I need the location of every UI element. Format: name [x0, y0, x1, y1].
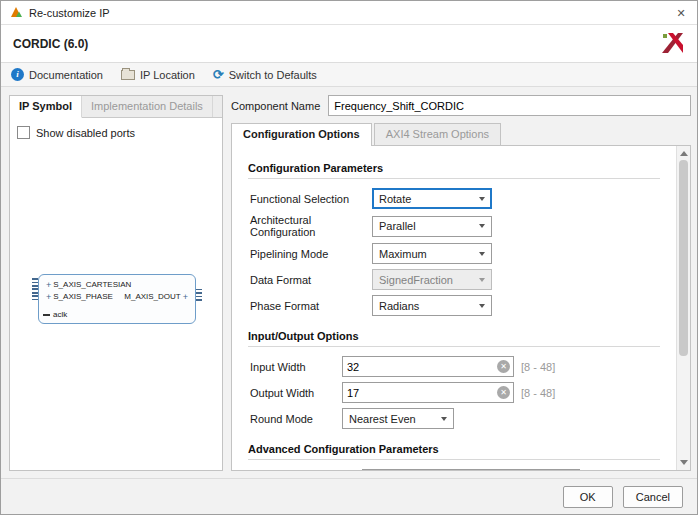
show-disabled-ports-checkbox[interactable]: Show disabled ports [10, 118, 222, 147]
chevron-down-icon [441, 417, 447, 421]
selected-value: Nearest Even [349, 413, 416, 425]
configuration-panel: Component Name Configuration Options AXI… [231, 95, 691, 471]
app-icon [9, 5, 23, 21]
bus-pins-left-icon [32, 278, 38, 302]
output-width-range: [8 - 48] [521, 387, 555, 399]
port-s-axis-cartesian: + S_AXIS_CARTESIAN [46, 280, 131, 289]
phase-format-select[interactable]: Radians [372, 295, 492, 316]
architectural-configuration-row: Architectural Configuration Parallel [250, 214, 660, 238]
input-width-label: Input Width [250, 361, 342, 373]
port-aclk: aclk [43, 310, 67, 319]
configuration-options-content: Configuration Parameters Functional Sele… [231, 145, 691, 471]
ip-title: CORDIC (6.0) [13, 37, 88, 51]
clear-icon[interactable]: ✕ [497, 360, 510, 373]
input-width-row: Input Width ✕ [8 - 48] [250, 356, 660, 377]
chevron-down-icon [479, 304, 485, 308]
window-title: Re-customize IP [29, 7, 110, 19]
scrollbar-thumb[interactable] [679, 160, 688, 356]
tab-implementation-details[interactable]: Implementation Details [82, 96, 213, 117]
switch-to-defaults-label: Switch to Defaults [229, 69, 317, 81]
port-expand-icon[interactable]: + [46, 281, 51, 289]
port-s-axis-phase: + S_AXIS_PHASE [46, 292, 113, 301]
functional-selection-label: Functional Selection [250, 193, 372, 205]
dialog-header: CORDIC (6.0) [1, 25, 697, 63]
ip-symbol: + S_AXIS_CARTESIAN + S_AXIS_PHASE M_AXIS… [38, 274, 196, 324]
input-width-input[interactable] [343, 361, 497, 373]
output-width-field: ✕ [342, 382, 514, 403]
tab-ip-symbol[interactable]: IP Symbol [10, 96, 82, 118]
scroll-up-icon[interactable] [680, 151, 688, 156]
component-name-label: Component Name [231, 100, 320, 112]
chevron-down-icon [479, 252, 485, 256]
round-mode-label: Round Mode [250, 413, 342, 425]
output-width-row: Output Width ✕ [8 - 48] [250, 382, 660, 403]
pipelining-mode-select[interactable]: Maximum [372, 243, 492, 264]
ip-symbol-box: + S_AXIS_CARTESIAN + S_AXIS_PHASE M_AXIS… [38, 274, 196, 324]
chevron-down-icon [479, 224, 485, 228]
ip-location-link[interactable]: IP Location [121, 69, 195, 81]
right-tab-bar: Configuration Options AXI4 Stream Option… [231, 123, 691, 145]
folder-icon [121, 70, 135, 80]
phase-format-label: Phase Format [250, 300, 372, 312]
ip-location-label: IP Location [140, 69, 195, 81]
cancel-button[interactable]: Cancel [623, 486, 683, 508]
component-name-input[interactable] [328, 95, 691, 116]
port-label: aclk [53, 310, 67, 319]
port-expand-icon[interactable]: + [46, 293, 51, 301]
close-icon[interactable]: ✕ [665, 1, 697, 25]
architectural-configuration-label: Architectural Configuration [250, 214, 372, 238]
clear-icon[interactable]: ✕ [497, 386, 510, 399]
architectural-configuration-select[interactable]: Parallel [372, 216, 492, 237]
port-label: M_AXIS_DOUT [124, 292, 180, 301]
selected-value: Maximum [379, 248, 427, 260]
round-mode-select[interactable]: Nearest Even [342, 408, 454, 429]
port-m-axis-dout: M_AXIS_DOUT + [124, 292, 188, 301]
data-format-label: Data Format [250, 274, 372, 286]
xilinx-logo [659, 31, 685, 57]
output-width-input[interactable] [343, 387, 497, 399]
port-label: S_AXIS_CARTESIAN [53, 280, 131, 289]
port-expand-icon[interactable]: + [183, 293, 188, 301]
input-width-range: [8 - 48] [521, 361, 555, 373]
section-advanced-configuration: Advanced Configuration Parameters [248, 443, 660, 460]
chevron-down-icon [479, 278, 485, 282]
checkbox-icon [17, 126, 30, 139]
iterations-field: ✕ [362, 469, 580, 471]
selected-value: Radians [379, 300, 419, 312]
output-width-label: Output Width [250, 387, 342, 399]
documentation-label: Documentation [29, 69, 103, 81]
bus-pins-right-icon [196, 289, 202, 301]
tab-configuration-options[interactable]: Configuration Options [231, 123, 372, 146]
scroll-down-icon[interactable] [680, 460, 688, 465]
title-bar: Re-customize IP ✕ [1, 1, 697, 25]
iterations-row: Iterations ✕ [0 - 48] [250, 469, 660, 471]
functional-selection-select[interactable]: Rotate [372, 188, 492, 209]
pipelining-mode-row: Pipelining Mode Maximum [250, 243, 660, 264]
data-format-row: Data Format SignedFraction [250, 269, 660, 290]
ip-symbol-panel: IP Symbol Implementation Details Show di… [9, 95, 223, 471]
documentation-link[interactable]: i Documentation [11, 68, 103, 81]
toolbar: i Documentation IP Location ⟳ Switch to … [1, 63, 697, 87]
switch-to-defaults-link[interactable]: ⟳ Switch to Defaults [213, 69, 317, 81]
section-configuration-parameters: Configuration Parameters [248, 162, 660, 179]
pipelining-mode-label: Pipelining Mode [250, 248, 372, 260]
clock-pin-icon [43, 314, 50, 316]
component-name-row: Component Name [231, 95, 691, 116]
selected-value: Parallel [379, 220, 416, 232]
vertical-scrollbar[interactable] [676, 146, 690, 470]
selected-value: SignedFraction [379, 274, 453, 286]
port-label: S_AXIS_PHASE [53, 292, 113, 301]
info-icon: i [11, 68, 24, 81]
recustomize-ip-dialog: Re-customize IP ✕ CORDIC (6.0) i Documen… [0, 0, 698, 515]
ok-button[interactable]: OK [563, 486, 613, 508]
round-mode-row: Round Mode Nearest Even [250, 408, 660, 429]
refresh-icon: ⟳ [213, 69, 224, 81]
chevron-down-icon [479, 197, 485, 201]
section-input-output-options: Input/Output Options [248, 330, 660, 347]
tab-axi4-stream-options[interactable]: AXI4 Stream Options [374, 123, 501, 145]
phase-format-row: Phase Format Radians [250, 295, 660, 316]
functional-selection-row: Functional Selection Rotate [250, 188, 660, 209]
left-tab-bar: IP Symbol Implementation Details [10, 96, 222, 118]
input-width-field: ✕ [342, 356, 514, 377]
dialog-footer: OK Cancel [1, 478, 697, 514]
